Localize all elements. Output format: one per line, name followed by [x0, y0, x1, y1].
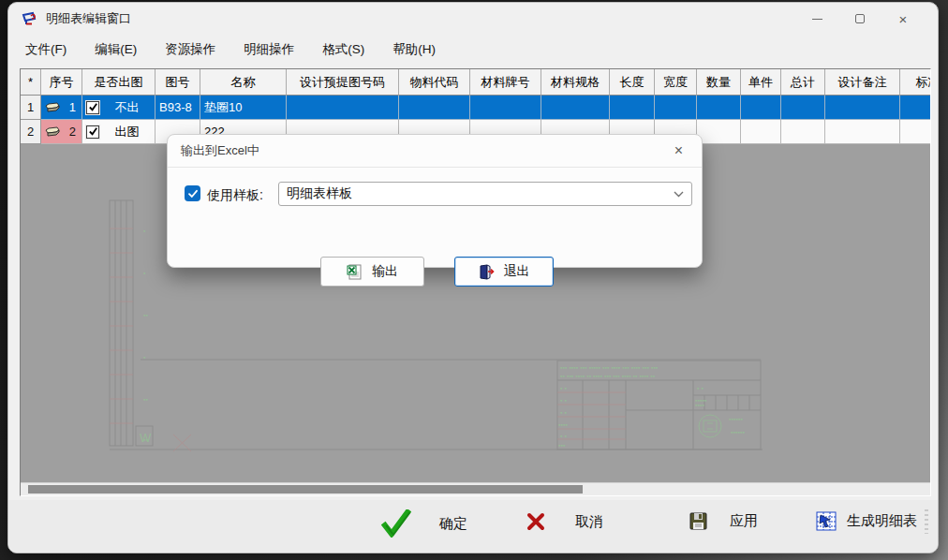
table-row: 11不出B93-8垫圈10 — [21, 96, 930, 120]
menu-item-2[interactable]: 资源操作 — [154, 37, 227, 62]
empty-cell[interactable] — [655, 96, 697, 120]
empty-cell[interactable] — [781, 96, 825, 120]
column-header-7[interactable]: 材料牌号 — [470, 69, 541, 96]
part-icon — [45, 102, 60, 112]
seq-cell[interactable]: 2 — [41, 120, 82, 144]
exit-button[interactable]: 退出 — [454, 257, 554, 287]
plot-cell[interactable]: 不出 — [82, 96, 156, 120]
horizontal-scrollbar-thumb[interactable] — [28, 485, 583, 494]
empty-cell[interactable] — [697, 96, 741, 120]
empty-cell[interactable] — [781, 120, 825, 144]
ok-label: 确定 — [439, 515, 467, 533]
apply-button[interactable]: 应用 — [689, 512, 758, 530]
empty-cell[interactable] — [399, 96, 470, 120]
export-button[interactable]: 输出 — [320, 257, 424, 287]
cancel-label: 取消 — [575, 513, 603, 531]
part-icon — [45, 126, 60, 137]
cancel-button[interactable]: 取消 — [526, 512, 603, 531]
title-bar: 明细表编辑窗口 × — [8, 3, 938, 35]
seq-number: 2 — [69, 125, 76, 139]
plot-checkbox[interactable] — [86, 101, 99, 114]
menu-item-4[interactable]: 格式(S) — [311, 37, 376, 62]
svg-text:▪▪▪▪▪▪: ▪▪▪▪▪▪ — [729, 416, 743, 422]
svg-text:▪ ▪: ▪ ▪ — [560, 385, 567, 391]
svg-text:▪▪: ▪▪ — [143, 312, 148, 318]
grid-header-row: *序号是否出图图号名称设计预提图号码物料代码材料牌号材料规格长度宽度数量单件总计… — [21, 69, 930, 96]
check-icon — [381, 509, 411, 538]
app-logo-icon — [21, 10, 37, 27]
svg-text:▪ ▪: ▪ ▪ — [697, 385, 704, 391]
empty-cell[interactable] — [900, 120, 931, 144]
empty-cell[interactable] — [741, 120, 781, 144]
close-button[interactable]: × — [881, 3, 925, 35]
column-header-9[interactable]: 长度 — [610, 69, 655, 96]
maximize-icon — [855, 14, 865, 23]
svg-text:▪▪▪: ▪▪▪ — [558, 442, 566, 449]
generate-label: 生成明细表 — [847, 512, 917, 530]
minimize-button[interactable] — [795, 3, 838, 35]
column-header-3[interactable]: 图号 — [156, 69, 200, 96]
svg-text:▪▪ ▪▪▪ ▪▪▪▪ ▪▪ ▪▪▪▪ ▪▪▪ ▪▪▪ ▪▪: ▪▪ ▪▪▪ ▪▪▪▪ ▪▪ ▪▪▪▪ ▪▪▪ ▪▪▪ ▪▪▪▪ ▪▪ ▪▪▪▪… — [560, 373, 656, 379]
menu-item-5[interactable]: 帮助(H) — [381, 37, 447, 62]
horizontal-scrollbar[interactable] — [21, 482, 930, 495]
plot-cell[interactable]: 出图 — [82, 120, 156, 144]
svg-text:▪▪▪▪: ▪▪▪▪ — [558, 421, 568, 428]
column-header-10[interactable]: 宽度 — [655, 69, 697, 96]
empty-cell[interactable] — [287, 96, 399, 120]
excel-icon — [347, 264, 363, 280]
generate-table-icon — [816, 511, 837, 531]
seq-cell[interactable]: 1 — [41, 96, 82, 120]
toolbar-grip — [925, 509, 928, 534]
exit-door-icon — [479, 264, 495, 280]
menu-item-0[interactable]: 文件(F) — [14, 37, 78, 62]
exit-label: 退出 — [504, 263, 530, 280]
plot-checkbox[interactable] — [86, 125, 99, 139]
menu-item-3[interactable]: 明细操作 — [232, 37, 305, 62]
grid-corner-header[interactable]: * — [21, 69, 41, 96]
column-header-4[interactable]: 名称 — [200, 69, 287, 96]
svg-text:▪▪▪▪▪▪: ▪▪▪▪▪▪ — [731, 429, 745, 435]
empty-cell[interactable] — [541, 96, 610, 120]
x-icon — [526, 512, 545, 531]
svg-text:▪ ▪: ▪ ▪ — [560, 433, 567, 439]
empty-cell[interactable] — [470, 96, 541, 120]
save-disk-icon — [689, 512, 707, 530]
name-cell[interactable]: 垫圈10 — [200, 96, 287, 120]
check-icon — [187, 188, 199, 199]
close-icon: × — [899, 12, 908, 26]
row-header-1[interactable]: 1 — [21, 96, 41, 120]
column-header-12[interactable]: 单件 — [741, 69, 781, 96]
column-header-11[interactable]: 数量 — [697, 69, 741, 96]
bottom-toolbar: 确定 取消 应用 — [8, 500, 938, 553]
column-header-5[interactable]: 设计预提图号码 — [287, 69, 399, 96]
column-header-13[interactable]: 总计 — [781, 69, 825, 96]
empty-cell[interactable] — [610, 96, 655, 120]
ghost-watermark: W — [140, 431, 152, 445]
svg-text:▪▪▪▪: ▪▪▪▪ — [695, 402, 704, 408]
export-to-excel-dialog: 输出到Excel中 × 使用样板: 明细表样板 输出 — [167, 134, 703, 268]
empty-cell[interactable] — [825, 96, 900, 120]
template-combobox[interactable]: 明细表样板 — [278, 182, 692, 206]
column-header-14[interactable]: 设计备注 — [825, 69, 900, 96]
template-combobox-value: 明细表样板 — [287, 185, 352, 202]
apply-label: 应用 — [730, 512, 758, 530]
column-header-2[interactable]: 是否出图 — [82, 69, 156, 96]
svg-text:▪: ▪ — [143, 270, 146, 276]
dialog-close-button[interactable]: × — [669, 140, 689, 161]
ok-button[interactable]: 确定 — [381, 509, 467, 538]
column-header-15[interactable]: 标准 — [900, 69, 931, 96]
column-header-1[interactable]: 序号 — [41, 69, 82, 96]
empty-cell[interactable] — [825, 120, 900, 144]
empty-cell[interactable] — [741, 96, 781, 120]
use-template-checkbox[interactable] — [185, 185, 200, 201]
svg-text:▪▪: ▪▪ — [143, 396, 148, 403]
empty-cell[interactable] — [900, 96, 931, 120]
row-header-2[interactable]: 2 — [21, 120, 41, 144]
column-header-6[interactable]: 物料代码 — [399, 69, 470, 96]
column-header-8[interactable]: 材料规格 — [541, 69, 610, 96]
menu-item-1[interactable]: 编辑(E) — [83, 37, 148, 62]
maximize-button[interactable] — [838, 3, 881, 35]
generate-detail-table-button[interactable]: 生成明细表 — [816, 511, 917, 531]
drawing-no-cell[interactable]: B93-8 — [156, 96, 200, 120]
empty-cell[interactable] — [697, 120, 741, 144]
